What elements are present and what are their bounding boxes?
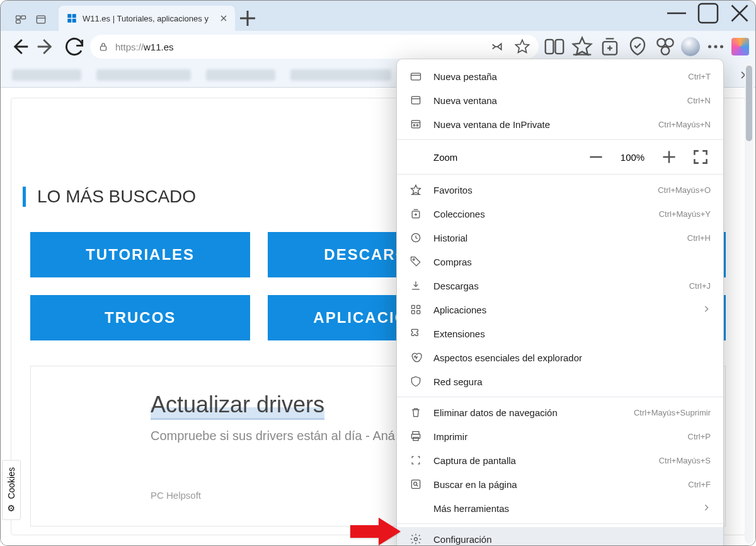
svg-point-22 bbox=[413, 124, 415, 126]
svg-rect-5 bbox=[72, 14, 76, 18]
profile-avatar[interactable] bbox=[681, 37, 700, 56]
menu-item-extensiones[interactable]: Extensiones bbox=[397, 322, 723, 346]
menu-item-label: Configuración bbox=[433, 534, 711, 545]
menu-shortcut: Ctrl+Mayús+Suprimir bbox=[634, 408, 711, 417]
zoom-row: Zoom 100% bbox=[397, 143, 723, 171]
menu-item-historial[interactable]: HistorialCtrl+H bbox=[397, 226, 723, 250]
rewards-icon[interactable] bbox=[653, 35, 677, 59]
menu-item-label: Nueva ventana de InPrivate bbox=[433, 119, 647, 130]
star-icon bbox=[410, 183, 422, 196]
copilot-icon[interactable] bbox=[731, 38, 749, 55]
menu-item-buscar-en-la-p-gina[interactable]: Buscar en la páginaCtrl+F bbox=[397, 472, 723, 496]
svg-rect-4 bbox=[67, 14, 71, 18]
gear-icon: ⚙ bbox=[6, 503, 16, 513]
bookmark-item[interactable] bbox=[12, 69, 81, 81]
favorite-star-icon[interactable] bbox=[513, 35, 531, 59]
svg-point-35 bbox=[414, 482, 417, 485]
address-bar[interactable]: https://w11.es bbox=[90, 35, 539, 59]
menu-item-colecciones[interactable]: ColeccionesCtrl+Mayús+Y bbox=[397, 202, 723, 226]
menu-item-label: Nueva ventana bbox=[433, 95, 676, 106]
scrollbar[interactable] bbox=[745, 62, 753, 543]
menu-item-aspectos-esenciales-del-explorador[interactable]: Aspectos esenciales del explorador bbox=[397, 346, 723, 369]
apps-icon bbox=[410, 303, 422, 316]
split-screen-icon[interactable] bbox=[542, 35, 566, 59]
find-icon bbox=[410, 478, 422, 491]
menu-item-m-s-herramientas[interactable]: Más herramientas bbox=[397, 496, 723, 520]
menu-shortcut: Ctrl+P bbox=[688, 432, 711, 441]
browser-essentials-icon[interactable] bbox=[626, 35, 650, 59]
zoom-label: Zoom bbox=[410, 152, 575, 163]
chevron-right-icon bbox=[702, 305, 711, 315]
svg-rect-6 bbox=[67, 19, 71, 23]
svg-rect-2 bbox=[16, 20, 21, 23]
window-maximize-button[interactable] bbox=[692, 1, 724, 26]
zoom-value: 100% bbox=[617, 152, 648, 163]
reload-button[interactable] bbox=[62, 35, 86, 59]
svg-rect-0 bbox=[16, 16, 21, 19]
window-close-button[interactable] bbox=[724, 1, 755, 26]
menu-item-aplicaciones[interactable]: Aplicaciones bbox=[397, 298, 723, 322]
tab-favicon-icon bbox=[66, 13, 77, 24]
tab-close-button[interactable] bbox=[219, 13, 229, 23]
svg-rect-7 bbox=[72, 19, 76, 23]
menu-item-compras[interactable]: Compras bbox=[397, 250, 723, 274]
workspaces-icon[interactable] bbox=[14, 13, 27, 26]
blank-icon bbox=[410, 502, 422, 514]
category-button[interactable]: TRUCOS bbox=[30, 295, 250, 340]
svg-point-15 bbox=[662, 47, 670, 55]
menu-item-label: Red segura bbox=[433, 376, 711, 387]
svg-point-13 bbox=[657, 38, 665, 47]
favorites-icon[interactable] bbox=[570, 35, 594, 59]
menu-shortcut: Ctrl+Mayús+O bbox=[658, 185, 711, 195]
svg-rect-29 bbox=[411, 311, 415, 314]
menu-item-captura-de-pantalla[interactable]: Captura de pantallaCtrl+Mayús+S bbox=[397, 448, 723, 472]
active-tab[interactable]: W11.es | Tutoriales, aplicaciones y bbox=[59, 6, 235, 31]
collections-icon bbox=[410, 207, 422, 220]
print-icon bbox=[410, 430, 422, 443]
forward-button[interactable] bbox=[35, 35, 59, 59]
menu-separator bbox=[397, 523, 723, 524]
scroll-thumb[interactable] bbox=[746, 66, 752, 141]
tab-actions-icon[interactable] bbox=[35, 13, 47, 26]
bookmark-item[interactable] bbox=[206, 69, 275, 81]
bookmark-item[interactable] bbox=[290, 69, 391, 81]
svg-point-36 bbox=[415, 538, 418, 541]
collections-icon[interactable] bbox=[598, 35, 622, 59]
trash-icon bbox=[410, 406, 422, 419]
cookies-tab[interactable]: ⚙ Cookies bbox=[2, 460, 21, 520]
svg-point-23 bbox=[416, 124, 418, 126]
svg-rect-11 bbox=[556, 40, 564, 54]
svg-rect-21 bbox=[411, 120, 420, 128]
menu-item-nueva-pesta-a[interactable]: Nueva pestañaCtrl+T bbox=[397, 64, 723, 88]
menu-item-label: Historial bbox=[433, 233, 676, 243]
zoom-out-button[interactable] bbox=[586, 147, 606, 167]
menu-item-red-segura[interactable]: Red segura bbox=[397, 369, 723, 393]
site-info-icon[interactable] bbox=[98, 41, 109, 52]
annotation-arrow bbox=[350, 518, 401, 546]
svg-rect-10 bbox=[546, 40, 554, 54]
menu-separator bbox=[397, 174, 723, 175]
bookmark-item[interactable] bbox=[96, 69, 191, 81]
category-button[interactable]: TUTORIALES bbox=[30, 232, 250, 277]
menu-item-imprimir[interactable]: ImprimirCtrl+P bbox=[397, 424, 723, 448]
svg-rect-20 bbox=[411, 96, 420, 104]
menu-item-nueva-ventana-de-inprivate[interactable]: Nueva ventana de InPrivateCtrl+Mayús+N bbox=[397, 112, 723, 136]
menu-item-configuraci-n[interactable]: Configuración bbox=[397, 527, 723, 546]
menu-item-nueva-ventana[interactable]: Nueva ventanaCtrl+N bbox=[397, 88, 723, 112]
svg-rect-19 bbox=[411, 73, 421, 80]
menu-item-favoritos[interactable]: FavoritosCtrl+Mayús+O bbox=[397, 178, 723, 202]
history-icon bbox=[410, 231, 422, 244]
zoom-in-button[interactable] bbox=[659, 147, 679, 167]
menu-item-label: Aspectos esenciales del explorador bbox=[433, 352, 711, 363]
tab-title: W11.es | Tutoriales, aplicaciones y bbox=[83, 14, 214, 23]
menu-item-descargas[interactable]: DescargasCtrl+J bbox=[397, 274, 723, 298]
menu-shortcut: Ctrl+Mayús+N bbox=[658, 120, 711, 129]
fullscreen-button[interactable] bbox=[690, 147, 711, 167]
new-tab-button[interactable] bbox=[235, 6, 260, 31]
window-minimize-button[interactable] bbox=[661, 1, 692, 26]
menu-item-eliminar-datos-de-navegaci-n[interactable]: Eliminar datos de navegaciónCtrl+Mayús+S… bbox=[397, 400, 723, 424]
read-aloud-icon[interactable] bbox=[490, 35, 507, 59]
back-button[interactable] bbox=[7, 35, 31, 59]
settings-menu-button[interactable] bbox=[704, 35, 728, 59]
menu-item-label: Más herramientas bbox=[433, 503, 690, 514]
